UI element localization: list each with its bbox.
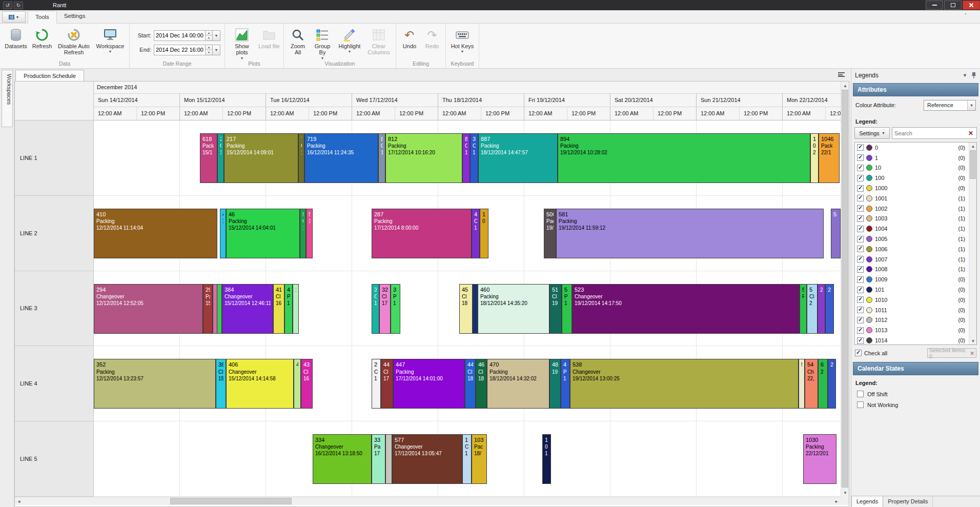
maximize-button[interactable] [944, 1, 962, 10]
hot-keys-button[interactable]: Hot Keys ▼ [448, 25, 477, 60]
scroll-up-icon[interactable]: ▲ [969, 143, 977, 150]
legend-item[interactable]: 1014(0) [855, 335, 969, 344]
tab-property-details[interactable]: Property Details [883, 496, 933, 507]
gantt-bar[interactable]: 894Packing19/12/2014 10:28:02 [558, 133, 810, 183]
vertical-scroll-thumb[interactable] [842, 90, 848, 488]
gantt-bar[interactable]: 887Packing18/12/2014 14:47:57 [478, 133, 558, 183]
legend-item[interactable]: 101(0) [855, 285, 969, 295]
gantt-bar[interactable]: 62 [818, 359, 828, 409]
pin-icon[interactable] [971, 72, 976, 79]
gantt-bar[interactable]: 2 [818, 284, 825, 334]
gantt-bar[interactable]: 4819 [549, 359, 561, 409]
gantt-bar[interactable]: 41 [220, 209, 226, 258]
load-file-button[interactable]: Load file [257, 25, 281, 60]
gantt-vertical-scrollbar[interactable]: ▲ ▼ [841, 82, 849, 497]
legend-item[interactable]: 100(0) [855, 173, 969, 183]
legend-item[interactable]: 1012(0) [855, 315, 969, 326]
gantt-horizontal-scrollbar[interactable]: ◄ ► [15, 497, 841, 505]
gantt-bar[interactable]: 4P1 [561, 359, 570, 409]
gantt-bar[interactable]: 410Packing12/12/2014 11:14:04 [94, 209, 217, 258]
gantt-bar[interactable]: 618Pack15/1 [200, 133, 217, 183]
legend-item-checkbox[interactable] [857, 144, 864, 151]
end-date-input[interactable]: ▲▼ ▼ [154, 45, 220, 55]
gantt-bar[interactable]: 5Cl2 [807, 284, 818, 334]
legend-item[interactable]: 1003(1) [855, 214, 969, 224]
start-date-input[interactable]: ▲▼ ▼ [154, 30, 220, 41]
gantt-bar[interactable]: 29Pa15, [203, 284, 213, 334]
gantt-bar[interactable]: 581Packing19/12/2014 11:59:12 [556, 209, 824, 258]
gantt-bar[interactable]: 538Changeover19/12/2014 13:00:25 [570, 359, 799, 409]
workspaces-tab[interactable]: Workspaces [2, 70, 13, 127]
check-all-checkbox[interactable] [855, 350, 862, 356]
gantt-bar[interactable]: 1C1 [462, 434, 472, 484]
legend-item[interactable]: 1008(1) [855, 265, 969, 275]
gantt-bar[interactable]: 447Packing17/12/2014 14:01:00 [393, 359, 465, 409]
legend-item-checkbox[interactable] [857, 175, 864, 181]
start-date-spinner[interactable]: ▲▼ [205, 31, 212, 40]
gantt-bar[interactable]: 2 [825, 284, 834, 334]
scroll-down-icon[interactable]: ▼ [969, 337, 977, 344]
close-button[interactable] [963, 1, 980, 10]
horizontal-scroll-thumb[interactable] [170, 498, 292, 504]
end-date-value[interactable] [154, 45, 205, 55]
gantt-bar[interactable]: 812Packing17/12/2014 10:16:20 [385, 133, 462, 183]
legend-item-checkbox[interactable] [857, 327, 864, 334]
scroll-right-icon[interactable]: ► [832, 497, 841, 505]
gantt-bar[interactable]: 41Cl16 [273, 284, 284, 334]
gantt-bar[interactable]: 10 [480, 209, 488, 258]
gantt-bar[interactable]: 3C1 [372, 284, 379, 334]
calendar-state-checkbox[interactable] [857, 391, 864, 397]
undo-button[interactable]: ↶ Undo [398, 25, 421, 60]
gantt-bar[interactable]: 33Pa17 [372, 434, 385, 484]
gantt-bar[interactable]: 46Cl18 [476, 359, 487, 409]
gantt-bar[interactable]: 44Cl17 [381, 359, 393, 409]
gantt-bar[interactable]: 54Ch22, [805, 359, 818, 409]
gantt-bar[interactable]: 287Packing17/12/2014 8:00:00 [372, 209, 472, 258]
gantt-bar[interactable]: 406Changeover15/12/2014 14:14:58 [226, 359, 294, 409]
tab-settings[interactable]: Settings [57, 10, 93, 23]
calendar-state-item[interactable]: Off Shift [851, 389, 980, 399]
gantt-bar[interactable]: 4P1 [284, 284, 293, 334]
scroll-up-icon[interactable]: ▲ [841, 82, 849, 90]
gantt-bar[interactable]: 577Changeover17/12/2014 13:05:47 [392, 434, 462, 484]
clear-columns-button[interactable]: Clear Columns [364, 25, 394, 60]
gantt-bar[interactable]: 5 [799, 359, 805, 409]
legend-item[interactable]: 0(0) [855, 143, 969, 153]
legend-item-checkbox[interactable] [857, 287, 864, 293]
legend-search-box[interactable]: ✕ [892, 127, 977, 139]
highlight-button[interactable]: Highlight ▼ [335, 25, 364, 60]
legend-item-checkbox[interactable] [857, 215, 864, 222]
gantt-bar[interactable]: 8C1 [462, 133, 470, 183]
legend-item-checkbox[interactable] [857, 165, 864, 171]
legend-item[interactable]: 1000(0) [855, 183, 969, 193]
gantt-bar[interactable]: 8C1 [378, 133, 385, 183]
gantt-bar[interactable]: 3C1 [470, 133, 478, 183]
gantt-bar[interactable]: 45Cl18 [459, 284, 473, 334]
legend-list-scrollbar[interactable]: ▲ ▼ [969, 143, 976, 344]
end-date-spinner[interactable]: ▲▼ [205, 45, 212, 55]
legend-item-checkbox[interactable] [857, 246, 864, 252]
legend-item[interactable]: 1001(1) [855, 193, 969, 204]
gantt-bar[interactable]: 217Packing15/12/2014 14:09:01 [224, 133, 298, 183]
datasets-button[interactable]: Datasets [2, 25, 30, 60]
legend-item[interactable]: 1005(1) [855, 234, 969, 244]
gantt-bar[interactable]: 103Pac18/ [472, 434, 487, 484]
zoom-all-button[interactable]: Zoom All [286, 25, 310, 60]
gantt-bar[interactable]: 334Changeover16/12/2014 13:18:50 [313, 434, 372, 484]
legend-item-checkbox[interactable] [857, 307, 864, 313]
gantt-bar[interactable]: 719Packing16/12/2014 11:24:35 [304, 133, 378, 183]
gantt-bar[interactable]: 523Changeover19/12/2014 14:17:50 [572, 284, 800, 334]
legend-item[interactable]: 10(0) [855, 163, 969, 173]
legend-item-checkbox[interactable] [857, 154, 864, 161]
legend-item-checkbox[interactable] [857, 317, 864, 323]
tab-tools[interactable]: Tools [28, 11, 57, 24]
gantt-bar[interactable]: 5P1 [562, 284, 572, 334]
minimize-ribbon-icon[interactable]: ˆ [965, 13, 967, 19]
calendar-state-item[interactable]: Not Working [851, 399, 980, 410]
chart-menu-icon[interactable] [838, 72, 845, 77]
legend-settings-button[interactable]: Settings ▼ [854, 127, 890, 139]
clear-search-icon[interactable]: ✕ [967, 130, 974, 137]
colour-attribute-select[interactable]: Reference ▼ [924, 100, 976, 111]
calendar-state-checkbox[interactable] [857, 401, 864, 408]
gantt-bar[interactable]: 4C1 [472, 209, 480, 258]
